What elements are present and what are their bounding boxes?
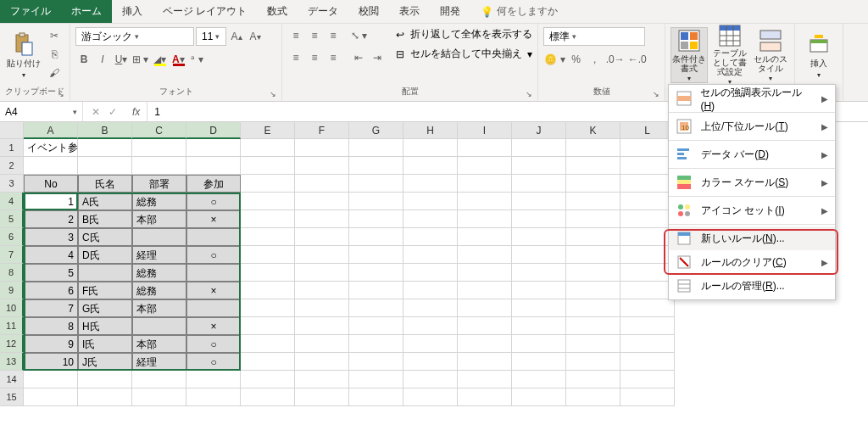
row-header[interactable]: 6	[0, 228, 24, 246]
orientation-button[interactable]: ⤡ ▾	[350, 27, 368, 44]
menu-data-bars[interactable]: データ バー(D) ▶	[669, 142, 835, 166]
cell[interactable]: 9	[24, 335, 78, 353]
align-top-button[interactable]: ≡	[287, 27, 304, 44]
cell[interactable]	[24, 371, 78, 388]
cell[interactable]	[132, 157, 186, 175]
cell[interactable]: 7	[24, 299, 78, 317]
merge-center-button[interactable]: ⊟ セルを結合して中央揃え ▾	[396, 47, 532, 61]
cell[interactable]	[458, 228, 512, 246]
row-header[interactable]: 15	[0, 388, 24, 406]
cell[interactable]	[186, 157, 241, 175]
cell[interactable]: B氏	[78, 210, 132, 228]
row-header[interactable]: 9	[0, 282, 24, 299]
cell[interactable]	[241, 246, 295, 264]
cell[interactable]: 本部	[132, 299, 186, 317]
row-header[interactable]: 8	[0, 264, 24, 282]
cell[interactable]	[512, 371, 566, 388]
cell[interactable]	[620, 228, 675, 246]
cell[interactable]	[403, 299, 458, 317]
insert-cells-button[interactable]: 挿入▾	[800, 27, 837, 83]
underline-button[interactable]: U ▾	[113, 51, 130, 68]
row-header[interactable]: 12	[0, 335, 24, 353]
cell[interactable]	[241, 175, 295, 193]
row-header[interactable]: 3	[0, 175, 24, 193]
accounting-button[interactable]: 🪙 ▾	[543, 51, 565, 68]
cell[interactable]	[458, 193, 512, 210]
cell[interactable]	[132, 371, 186, 388]
cell[interactable]	[403, 175, 458, 193]
row-header[interactable]: 1	[0, 139, 24, 157]
cell[interactable]: G氏	[78, 299, 132, 317]
cell[interactable]	[458, 264, 512, 282]
cell[interactable]	[566, 228, 620, 246]
cell[interactable]	[566, 371, 620, 388]
cell[interactable]: 2	[24, 210, 78, 228]
cell[interactable]	[566, 193, 620, 210]
row-header[interactable]: 13	[0, 353, 24, 371]
cell[interactable]	[566, 299, 620, 317]
column-header-K[interactable]: K	[566, 122, 620, 139]
decrease-font-button[interactable]: A▾	[247, 28, 264, 45]
cell[interactable]	[620, 299, 675, 317]
cell[interactable]: J氏	[78, 353, 132, 371]
cell[interactable]	[241, 157, 295, 175]
cell[interactable]	[295, 228, 349, 246]
cell[interactable]	[295, 264, 349, 282]
column-header-H[interactable]: H	[403, 122, 458, 139]
cell[interactable]: H氏	[78, 317, 132, 335]
conditional-formatting-button[interactable]: 条件付き書式▾	[670, 27, 708, 83]
cell[interactable]: ×	[186, 282, 241, 299]
cell[interactable]	[458, 317, 512, 335]
cell[interactable]: 本部	[132, 210, 186, 228]
cell[interactable]	[241, 264, 295, 282]
column-header-E[interactable]: E	[241, 122, 295, 139]
decrease-decimal-button[interactable]: ←.0	[627, 51, 648, 68]
clipboard-launcher[interactable]: ↘	[58, 90, 64, 98]
cell[interactable]	[512, 317, 566, 335]
menu-icon-sets[interactable]: アイコン セット(I) ▶	[669, 198, 835, 222]
cell[interactable]	[620, 388, 675, 406]
column-header-F[interactable]: F	[295, 122, 349, 139]
cell[interactable]	[458, 139, 512, 157]
cell[interactable]	[241, 282, 295, 299]
tab-developer[interactable]: 開発	[430, 0, 470, 23]
format-painter-button[interactable]: 🖌	[46, 64, 63, 81]
cell[interactable]	[349, 353, 403, 371]
cell[interactable]	[566, 388, 620, 406]
cell[interactable]	[241, 317, 295, 335]
cell[interactable]	[512, 388, 566, 406]
cell[interactable]: ○	[186, 335, 241, 353]
cell[interactable]	[241, 193, 295, 210]
cell[interactable]	[132, 228, 186, 246]
cell[interactable]: F氏	[78, 282, 132, 299]
cell[interactable]: 4	[24, 246, 78, 264]
cell[interactable]	[620, 371, 675, 388]
name-box[interactable]: A4▾	[0, 102, 83, 121]
cell-styles-button[interactable]: セルのスタイル▾	[752, 27, 789, 83]
cut-button[interactable]: ✂	[46, 27, 63, 44]
fx-button[interactable]: fx	[125, 102, 147, 121]
cell[interactable]: イベント参加者（空白のセルを黄色に設定）	[24, 139, 78, 157]
tab-tell-me[interactable]: 💡何をしますか	[470, 0, 568, 23]
cell[interactable]	[24, 388, 78, 406]
cell[interactable]	[349, 299, 403, 317]
wrap-text-button[interactable]: ↩ 折り返して全体を表示する	[396, 27, 532, 42]
copy-button[interactable]: ⎘	[46, 46, 63, 63]
cell[interactable]	[295, 175, 349, 193]
cell[interactable]	[132, 388, 186, 406]
increase-decimal-button[interactable]: .0→	[605, 51, 626, 68]
cell[interactable]: 1	[24, 193, 78, 210]
cell[interactable]	[566, 139, 620, 157]
comma-button[interactable]: ,	[587, 51, 604, 68]
column-header-L[interactable]: L	[620, 122, 675, 139]
row-header[interactable]: 11	[0, 317, 24, 335]
cell[interactable]	[295, 317, 349, 335]
cell[interactable]	[403, 246, 458, 264]
cell[interactable]	[241, 353, 295, 371]
cell[interactable]: 氏名	[78, 175, 132, 193]
decrease-indent-button[interactable]: ⇤	[350, 49, 367, 66]
cell[interactable]	[132, 317, 186, 335]
menu-highlight-cells-rules[interactable]: セルの強調表示ルール(H) ▶	[669, 87, 835, 110]
cell[interactable]	[620, 353, 675, 371]
tab-review[interactable]: 校閲	[348, 0, 389, 23]
